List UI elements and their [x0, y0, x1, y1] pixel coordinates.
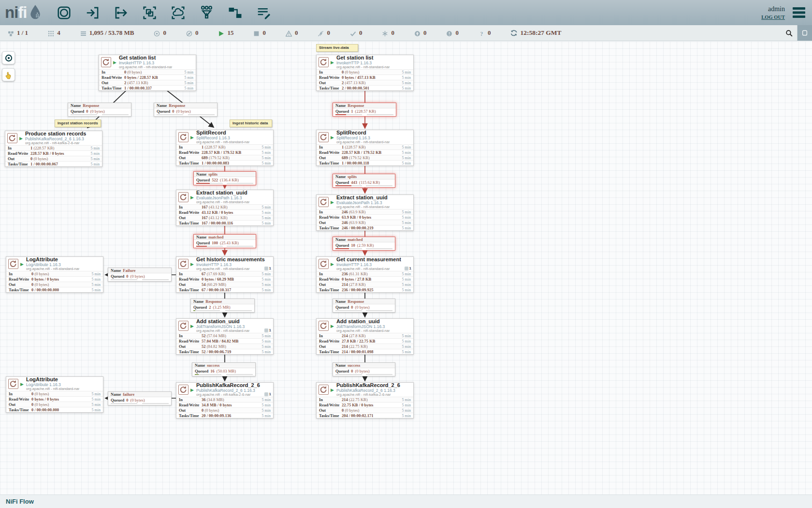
- processor-extract-station-uuid[interactable]: ▶Extract station_uuidEvaluateJsonPath 1.…: [176, 190, 274, 226]
- connection-label-failure[interactable]: NameFailureQueued0(0 bytes): [108, 268, 172, 282]
- status-value: 0: [262, 29, 266, 37]
- process-group-toolbox-button[interactable]: [142, 5, 158, 21]
- connection-label-response[interactable]: NameResponseQueued1(228.57 KB): [333, 103, 396, 117]
- connection-label-response[interactable]: NameResponseQueued0(0 bytes): [68, 103, 131, 117]
- flow-canvas[interactable]: NameResponseQueued0(0 bytes)NameResponse…: [0, 42, 812, 508]
- processor-glyph-icon: [179, 193, 188, 202]
- stat-window: 5 min: [262, 350, 271, 354]
- stat-window: 5 min: [262, 288, 271, 292]
- processor-stats: In0 (0 bytes)5 minRead/Write0 bytes / 22…: [99, 69, 196, 90]
- annotation-label[interactable]: Stream live-data: [316, 44, 358, 52]
- annotation-label[interactable]: Ingest station records: [55, 120, 101, 127]
- template-toolbox-button[interactable]: [227, 5, 243, 21]
- processor-glyph-icon: [8, 134, 17, 143]
- stat-label: Out: [319, 220, 342, 225]
- stat-value: 246 / 00:00:00.219: [342, 225, 373, 230]
- cluster-icon: [8, 30, 14, 37]
- stat-label: Tasks/Time: [179, 161, 202, 165]
- stat-row-tasks-time: Tasks/Time1 / 00:00:00.067 5 min: [5, 161, 102, 166]
- connection-queued-size: (0 bytes): [355, 305, 370, 310]
- stat-window: 5 min: [92, 288, 101, 292]
- locally-modified-stale-icon: [446, 30, 452, 37]
- global-menu-button[interactable]: [792, 6, 806, 19]
- stat-label: In: [9, 391, 31, 396]
- processor-toolbox-button[interactable]: [56, 5, 72, 21]
- processor-produce-station-records[interactable]: ▶Produce station recordsPublishKafkaReco…: [5, 131, 102, 167]
- processor-name: Get current measurement: [336, 256, 401, 262]
- status-item-refresh[interactable]: 12:58:27 GMT: [510, 29, 561, 37]
- hand-pointer-button[interactable]: [2, 68, 15, 81]
- stat-row-in: In167 (43.12 KB)5 min: [176, 204, 273, 209]
- processor-get-station-list[interactable]: ▶Get station listInvokeHTTP 1.16.3org.ap…: [99, 55, 196, 91]
- connection-relationship: success: [207, 363, 219, 368]
- processor-type-icon: [8, 259, 18, 269]
- stat-row-out: Out246 (63.9 KB)5 min: [317, 220, 413, 225]
- backpressure-bars: [333, 248, 395, 250]
- stat-label: Out: [179, 344, 202, 349]
- connection-label-response[interactable]: NameResponseQueued0(0 bytes): [154, 103, 218, 117]
- connection-queued-key: Queued: [335, 109, 349, 114]
- stat-window: 5 min: [92, 272, 101, 276]
- stat-label: In: [179, 333, 202, 338]
- connection-queued-count: 16: [210, 369, 215, 374]
- connection-label-failure[interactable]: NamefailureQueued0(0 bytes): [108, 391, 172, 405]
- stat-window: 5 min: [262, 205, 271, 209]
- connection-label-response[interactable]: NameResponseQueued0(0 bytes): [333, 299, 395, 313]
- connection-label-splits[interactable]: NamesplitsQueued443(115.62 KB): [333, 174, 395, 188]
- target-button[interactable]: [2, 51, 15, 64]
- processor-logattribute[interactable]: ▶LogAttributeLogAttribute 1.16.3org.apac…: [6, 376, 103, 413]
- connection-queued-count: 522: [212, 178, 218, 182]
- stat-row-out: Out0 (0 bytes)5 min: [176, 407, 273, 413]
- processor-get-station-list[interactable]: ▶Get station listInvokeHTTP 1.16.3org.ap…: [316, 55, 414, 91]
- output-port-toolbox-button[interactable]: [113, 5, 129, 21]
- input-port-icon: [85, 5, 101, 21]
- search-icon: [785, 29, 793, 37]
- remote-process-group-toolbox-button[interactable]: [170, 5, 186, 21]
- status-value: 0: [488, 29, 491, 37]
- processor-get-historic-measurements[interactable]: ▶Get historic measurementsInvokeHTTP 1.1…: [176, 256, 274, 293]
- processor-splitrecord[interactable]: ▶SplitRecordSplitRecord 1.16.3org.apache…: [176, 130, 274, 166]
- grid-badge-icon: [264, 267, 268, 270]
- running-status-icon: ▶: [331, 388, 334, 392]
- stat-value: 236 (61.31 KB): [342, 271, 368, 276]
- connection-queued-key: Queued: [193, 305, 207, 310]
- processor-add-station-uuid[interactable]: ▶Add station_uuidJoltTransformJSON 1.16.…: [316, 318, 414, 355]
- connection-label-matched[interactable]: NamematchedQueued100(25.43 KB): [193, 234, 256, 248]
- funnel-toolbox-button[interactable]: [199, 5, 215, 21]
- stat-window: 5 min: [92, 408, 101, 412]
- annotation-label[interactable]: Ingest historic data: [230, 120, 272, 127]
- processor-splitrecord[interactable]: ▶SplitRecordSplitRecord 1.16.3org.apache…: [316, 130, 414, 166]
- stat-value: 20 / 00:00:09.136: [202, 413, 231, 418]
- processor-add-station-uuid[interactable]: ▶Add station_uuidJoltTransformJSON 1.16.…: [176, 318, 274, 355]
- processor-publishkafkarecord-2-6[interactable]: ▶PublishKafkaRecord_2_6PublishKafkaRecor…: [316, 382, 414, 418]
- logout-link[interactable]: LOG OUT: [761, 15, 785, 20]
- stat-value: 52 (57.04 MB): [202, 333, 226, 338]
- connection-label-splits[interactable]: NamesplitsQueued522(136.4 KB): [193, 171, 256, 185]
- processor-type-icon: [178, 385, 188, 395]
- stat-label: Read/Write: [179, 403, 202, 407]
- processor-glyph-icon: [319, 259, 328, 269]
- breadcrumb[interactable]: NiFi Flow: [6, 498, 34, 505]
- birdseye-toggle-button[interactable]: [798, 25, 812, 41]
- input-port-toolbox-button[interactable]: [85, 5, 101, 21]
- processor-get-current-measurement[interactable]: ▶Get current measurementInvokeHTTP 1.16.…: [316, 256, 414, 293]
- processor-name: PublishKafkaRecord_2_6: [336, 382, 400, 388]
- processor-extract-station-uuid[interactable]: ▶Extract station_uuidEvaluateJsonPath 1.…: [316, 194, 414, 231]
- connection-label-success[interactable]: NamesuccessQueued0(0 bytes): [333, 362, 395, 376]
- status-item-not-transmitting: 0: [186, 29, 199, 37]
- label-toolbox-button[interactable]: [256, 5, 272, 21]
- processor-publishkafkarecord-2-6[interactable]: ▶PublishKafkaRecord_2_6PublishKafkaRecor…: [176, 382, 274, 418]
- processor-logattribute[interactable]: ▶LogAttributeLogAttribute 1.16.3org.apac…: [6, 256, 103, 293]
- connection-label-success[interactable]: NamesuccessQueued16(50.03 MB): [192, 362, 256, 376]
- connection-label-matched[interactable]: NamematchedQueued10(2.59 KB): [333, 237, 395, 251]
- search-button[interactable]: [781, 25, 797, 41]
- stat-label: Read/Write: [179, 210, 202, 215]
- stat-value: 0 (0 bytes): [31, 391, 49, 396]
- stat-row-out: Out689 (179.52 KB)5 min: [317, 155, 413, 160]
- connection-label-response[interactable]: NameResponseQueued2(3.25 MB): [190, 299, 255, 313]
- stat-row-tasks-time: Tasks/Time67 / 00:00:10.317 5 min: [176, 287, 273, 292]
- processor-glyph-icon: [179, 385, 188, 394]
- stat-row-tasks-time: Tasks/Time2 / 00:00:00.501 5 min: [317, 85, 413, 90]
- stat-window: 5 min: [92, 403, 101, 407]
- logo-text-fi: fi: [18, 3, 27, 22]
